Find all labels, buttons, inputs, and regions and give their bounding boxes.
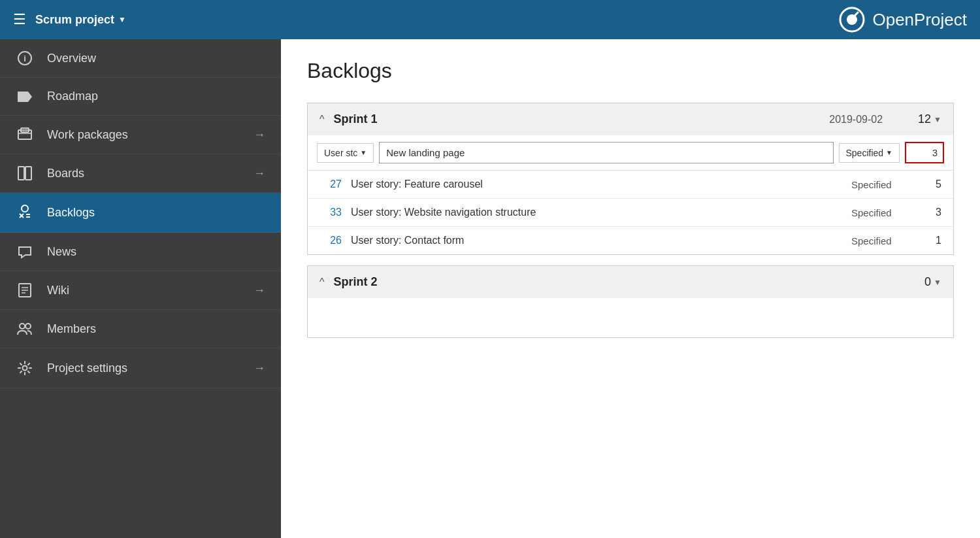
- roadmap-icon: [16, 90, 34, 103]
- sprint-2-section: ^ Sprint 2 0 ▼: [307, 265, 954, 338]
- status-dropdown[interactable]: Specified ▼: [839, 143, 900, 163]
- story-status: Specified: [851, 179, 917, 190]
- story-points-input[interactable]: [905, 142, 944, 163]
- sidebar-roadmap-label: Roadmap: [47, 90, 265, 103]
- svg-text:i: i: [24, 54, 26, 63]
- wiki-arrow-icon: →: [253, 284, 265, 297]
- settings-icon: [16, 360, 34, 376]
- story-status: Specified: [851, 235, 917, 246]
- sidebar-item-news[interactable]: News: [0, 233, 281, 271]
- project-chevron-icon: ▼: [118, 15, 126, 24]
- sidebar-backlogs-label: Backlogs: [47, 206, 265, 220]
- hamburger-icon[interactable]: ☰: [13, 12, 26, 27]
- svg-rect-9: [18, 167, 24, 180]
- main-layout: i Overview Roadmap Work packages → Board…: [0, 39, 980, 538]
- work-packages-icon: [16, 127, 34, 142]
- story-points: 1: [926, 235, 941, 246]
- sidebar-item-project-settings[interactable]: Project settings →: [0, 348, 281, 388]
- story-id[interactable]: 27: [319, 178, 342, 190]
- project-selector[interactable]: Scrum project ▼: [35, 13, 126, 27]
- story-title: User story: Feature carousel: [351, 178, 842, 190]
- story-title: User story: Website navigation structure: [351, 207, 842, 218]
- wiki-icon: [16, 283, 34, 297]
- sprint-1-count-dropdown-icon[interactable]: ▼: [934, 115, 941, 124]
- sidebar-item-members[interactable]: Members: [0, 310, 281, 348]
- sprint-1-date: 2019-09-02: [829, 114, 883, 126]
- svg-marker-5: [18, 92, 32, 102]
- table-row: 26 User story: Contact form Specified 1: [308, 227, 953, 254]
- status-dropdown-arrow-icon: ▼: [886, 149, 892, 156]
- backlogs-icon: [16, 205, 34, 220]
- type-dropdown-label: User stc: [324, 148, 357, 158]
- story-points: 5: [926, 178, 941, 190]
- svg-marker-16: [19, 247, 31, 258]
- table-row: 33 User story: Website navigation struct…: [308, 199, 953, 227]
- story-id[interactable]: 26: [319, 235, 342, 246]
- type-dropdown[interactable]: User stc ▼: [317, 143, 374, 163]
- news-icon: [16, 244, 34, 259]
- sidebar: i Overview Roadmap Work packages → Board…: [0, 39, 281, 538]
- type-dropdown-arrow-icon: ▼: [360, 149, 367, 156]
- openproject-logo-icon: [838, 6, 866, 33]
- sprint-1-header: ^ Sprint 1 2019-09-02 12 ▼: [308, 103, 953, 135]
- sprint-2-empty: [308, 298, 953, 337]
- sprint-1-collapse-icon[interactable]: ^: [319, 114, 325, 126]
- sidebar-item-wiki[interactable]: Wiki →: [0, 271, 281, 310]
- content-area: Backlogs ^ Sprint 1 2019-09-02 12 ▼ User…: [281, 39, 980, 538]
- story-id[interactable]: 33: [319, 207, 342, 218]
- members-icon: [16, 322, 34, 336]
- table-row: 27 User story: Feature carousel Specifie…: [308, 171, 953, 199]
- svg-point-11: [22, 205, 28, 212]
- sprint-1-name: Sprint 1: [334, 112, 821, 126]
- sprint-2-count-value: 0: [924, 275, 931, 289]
- work-packages-arrow-icon: →: [253, 128, 265, 142]
- sprint-2-count: 0 ▼: [924, 275, 941, 289]
- sidebar-workpackages-label: Work packages: [47, 128, 240, 142]
- sidebar-members-label: Members: [47, 322, 265, 336]
- sidebar-item-work-packages[interactable]: Work packages →: [0, 116, 281, 154]
- sidebar-item-backlogs[interactable]: Backlogs: [0, 193, 281, 233]
- svg-rect-10: [25, 167, 31, 180]
- svg-point-23: [23, 366, 27, 371]
- sidebar-news-label: News: [47, 245, 265, 259]
- top-header: ☰ Scrum project ▼ OpenProject: [0, 0, 980, 39]
- sidebar-item-boards[interactable]: Boards →: [0, 154, 281, 193]
- sprint-1-count: 12 ▼: [918, 112, 941, 126]
- sprint-1-count-value: 12: [918, 112, 931, 126]
- sprint-1-section: ^ Sprint 1 2019-09-02 12 ▼ User stc ▼ Sp…: [307, 103, 954, 255]
- header-left: ☰ Scrum project ▼: [13, 12, 126, 27]
- sprint-2-count-dropdown-icon[interactable]: ▼: [934, 278, 941, 287]
- svg-point-22: [25, 324, 31, 329]
- boards-icon: [16, 166, 34, 180]
- story-status: Specified: [851, 207, 917, 218]
- sprint-2-collapse-icon[interactable]: ^: [319, 277, 325, 288]
- sprint-2-header: ^ Sprint 2 0 ▼: [308, 266, 953, 298]
- sidebar-overview-label: Overview: [47, 52, 265, 65]
- sidebar-settings-label: Project settings: [47, 361, 240, 375]
- logo-text: OpenProject: [872, 10, 967, 30]
- info-icon: i: [16, 51, 34, 65]
- project-name: Scrum project: [35, 13, 114, 27]
- boards-arrow-icon: →: [253, 167, 265, 180]
- sprint-2-name: Sprint 2: [334, 275, 916, 289]
- status-dropdown-label: Specified: [846, 148, 884, 158]
- settings-arrow-icon: →: [253, 361, 265, 375]
- sidebar-wiki-label: Wiki: [47, 284, 240, 297]
- new-item-title-input[interactable]: [379, 142, 833, 163]
- svg-point-21: [20, 324, 25, 329]
- sidebar-item-roadmap[interactable]: Roadmap: [0, 78, 281, 116]
- story-title: User story: Contact form: [351, 235, 842, 246]
- page-title: Backlogs: [307, 59, 954, 83]
- sidebar-item-overview[interactable]: i Overview: [0, 39, 281, 78]
- story-points: 3: [926, 207, 941, 218]
- new-item-row: User stc ▼ Specified ▼: [308, 135, 953, 171]
- logo-area: OpenProject: [838, 6, 967, 33]
- sidebar-boards-label: Boards: [47, 167, 240, 180]
